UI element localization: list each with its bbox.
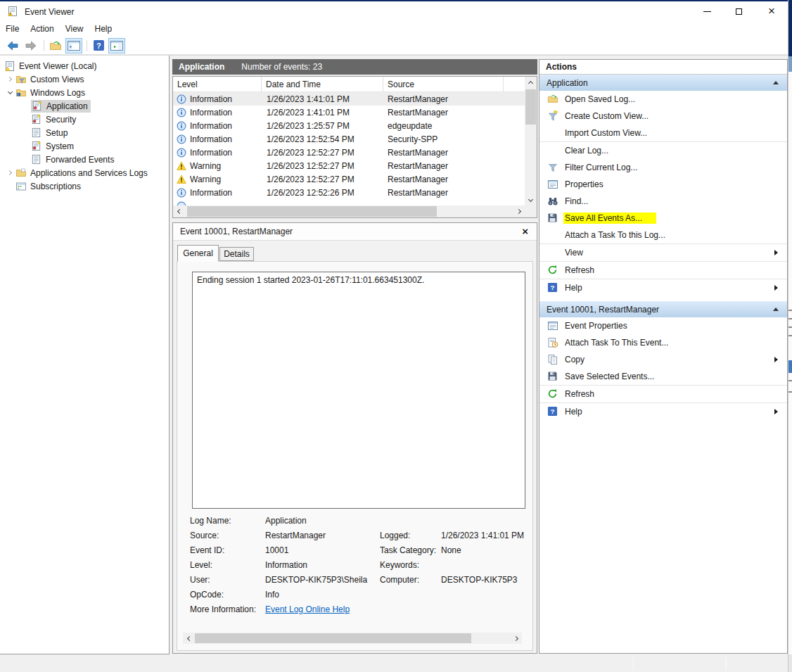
vertical-scrollbar[interactable]	[525, 77, 537, 205]
action-attach-task-to-log[interactable]: Attach a Task To this Log...	[539, 227, 787, 243]
event-row-partial[interactable]	[173, 199, 525, 205]
tree-item-system[interactable]: System	[0, 139, 169, 153]
action-label: Copy	[565, 355, 585, 364]
action-event-properties[interactable]: Event Properties	[539, 317, 787, 334]
tree-item-windows-logs[interactable]: Windows Logs	[0, 86, 169, 99]
actions-group-header-event[interactable]: Event 10001, RestartManager	[539, 301, 787, 317]
horizontal-scrollbar[interactable]	[173, 205, 525, 217]
tree-item-setup[interactable]: Setup	[0, 126, 169, 139]
action-attach-task-to-event[interactable]: Attach Task To This Event...	[539, 334, 787, 351]
action-filter-current-log[interactable]: Filter Current Log...	[539, 159, 787, 176]
action-label: Properties	[565, 179, 603, 189]
tree-item-apps-services-logs[interactable]: Applications and Services Logs	[0, 166, 169, 179]
event-row[interactable]: Information 1/26/2023 12:52:27 PM Restar…	[173, 146, 525, 159]
log-system-icon	[31, 141, 42, 152]
help-button[interactable]: ?	[90, 38, 107, 53]
action-save-all-events-as[interactable]: Save All Events As...	[539, 210, 787, 227]
information-icon	[177, 134, 186, 144]
detail-horizontal-scrollbar[interactable]	[183, 633, 522, 644]
event-log-online-help-link[interactable]: Event Log Online Help	[265, 604, 350, 614]
scrollbar-thumb[interactable]	[525, 89, 536, 125]
event-description-box[interactable]: Ending session 1 started 2023-01-26T17:1…	[192, 272, 525, 509]
expand-chevron-icon[interactable]	[4, 77, 15, 81]
menu-action[interactable]: Action	[25, 21, 59, 37]
action-label: Refresh	[565, 389, 594, 399]
event-row[interactable]: Warning 1/26/2023 12:52:27 PM RestartMan…	[173, 172, 525, 186]
column-header-level[interactable]: Level	[173, 77, 262, 91]
event-source: RestartManager	[383, 161, 525, 171]
event-datetime: 1/26/2023 1:41:01 PM	[262, 94, 383, 104]
action-refresh-event[interactable]: Refresh	[539, 386, 787, 402]
event-list: Level Date and Time Source Information 1…	[172, 76, 537, 218]
column-header-date[interactable]: Date and Time	[262, 77, 383, 91]
action-find[interactable]: Find...	[539, 193, 787, 210]
menu-file[interactable]: File	[0, 21, 25, 37]
tree-item-application[interactable]: Application	[0, 99, 169, 113]
action-copy[interactable]: Copy	[539, 351, 787, 368]
scroll-up-icon[interactable]	[525, 77, 537, 88]
event-row[interactable]: Information 1/26/2023 12:52:26 PM Restar…	[173, 186, 525, 199]
forward-button[interactable]	[23, 38, 39, 53]
action-refresh[interactable]: Refresh	[539, 262, 787, 279]
scroll-down-icon[interactable]	[525, 194, 537, 205]
tree-item-security[interactable]: Security	[0, 113, 169, 126]
tree-item-label: Subscriptions	[30, 182, 81, 191]
action-save-selected-events[interactable]: Save Selected Events...	[539, 368, 787, 385]
back-button[interactable]	[4, 38, 21, 53]
subscriptions-icon	[15, 181, 27, 192]
event-row[interactable]: Information 1/26/2023 12:52:54 PM Securi…	[173, 132, 525, 146]
detail-close-button[interactable]: ×	[522, 225, 528, 237]
actions-group-header-application[interactable]: Application	[539, 75, 787, 91]
event-row[interactable]: Warning 1/26/2023 12:52:27 PM RestartMan…	[173, 159, 525, 172]
event-row[interactable]: Information 1/26/2023 1:41:01 PM Restart…	[173, 92, 525, 106]
tree-item-label: Application	[46, 101, 88, 111]
information-icon	[177, 94, 186, 104]
collapse-icon[interactable]	[773, 81, 779, 84]
tree-item-label: Forwarded Events	[46, 155, 114, 165]
action-help-event[interactable]: ? Help	[539, 403, 787, 420]
scroll-right-icon[interactable]	[513, 205, 525, 217]
maximize-button[interactable]	[728, 1, 749, 21]
copy-icon	[547, 354, 558, 365]
tree-item-label: Applications and Services Logs	[30, 168, 148, 178]
tree-item-custom-views[interactable]: Custom Views	[0, 72, 169, 86]
console-tree-toggle-button[interactable]	[65, 38, 82, 53]
scrollbar-thumb[interactable]	[187, 206, 437, 217]
scroll-left-icon[interactable]	[183, 633, 194, 644]
action-properties[interactable]: Properties	[539, 176, 787, 193]
collapse-icon[interactable]	[773, 308, 779, 311]
menu-view[interactable]: View	[60, 21, 89, 37]
action-pane-toggle-button[interactable]	[108, 38, 125, 53]
minimize-button[interactable]	[696, 1, 717, 21]
action-clear-log[interactable]: Clear Log...	[539, 142, 787, 159]
scroll-left-icon[interactable]	[173, 205, 184, 217]
action-create-custom-view[interactable]: Create Custom View...	[539, 108, 787, 125]
column-header-source[interactable]: Source	[383, 77, 504, 91]
action-import-custom-view[interactable]: Import Custom View...	[539, 125, 787, 141]
menu-help[interactable]: Help	[89, 21, 118, 37]
tab-general[interactable]: General	[177, 245, 219, 262]
tree-item-forwarded-events[interactable]: Forwarded Events	[0, 153, 169, 166]
tree-item-root[interactable]: Event Viewer (Local)	[0, 59, 169, 72]
tab-details[interactable]: Details	[219, 247, 254, 261]
tree-item-subscriptions[interactable]: Subscriptions	[0, 179, 169, 193]
event-row[interactable]: Information 1/26/2023 1:41:01 PM Restart…	[173, 106, 525, 119]
event-source: RestartManager	[383, 148, 525, 158]
field-level-value: Information	[265, 560, 380, 570]
open-saved-log-button[interactable]	[47, 38, 64, 53]
close-button[interactable]: ×	[761, 1, 782, 21]
action-help[interactable]: ? Help	[539, 279, 787, 296]
event-row[interactable]: Information 1/26/2023 1:25:57 PM edgeupd…	[173, 119, 525, 132]
action-view[interactable]: View	[539, 244, 787, 261]
scrollbar-thumb[interactable]	[195, 633, 471, 643]
scroll-right-icon[interactable]	[511, 633, 522, 644]
action-label: View	[565, 248, 583, 258]
action-label: Save Selected Events...	[565, 372, 654, 381]
scrollbar-corner	[525, 205, 537, 217]
group-header-label: Event 10001, RestartManager	[547, 305, 659, 315]
screen-edge-artifact	[788, 0, 792, 672]
expand-chevron-icon[interactable]	[4, 171, 15, 175]
action-open-saved-log[interactable]: Open Saved Log...	[539, 91, 787, 108]
collapse-chevron-icon[interactable]	[4, 90, 15, 95]
field-source-label: Source:	[190, 531, 265, 540]
